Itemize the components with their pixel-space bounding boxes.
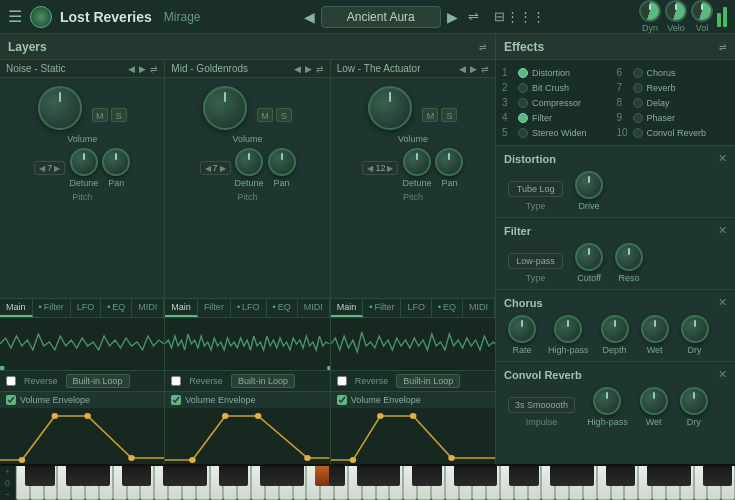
- effect-dot-delay[interactable]: [633, 98, 643, 108]
- layer-3-shuffle[interactable]: ⇌: [481, 64, 489, 74]
- layer-3-builtin-loop-btn[interactable]: Built-in Loop: [396, 374, 460, 388]
- layer-1-pitch-box[interactable]: ◀ 7 ▶: [34, 161, 65, 175]
- tab-layer-3-filter[interactable]: Filter: [363, 299, 401, 317]
- black-key-9[interactable]: [191, 466, 207, 486]
- layer-1-m-btn[interactable]: M: [92, 108, 108, 122]
- tab-layer-2-eq[interactable]: EQ: [267, 299, 298, 317]
- effect-dot-reverb[interactable]: [633, 83, 643, 93]
- octave-down-btn[interactable]: −: [5, 490, 10, 499]
- tab-layer-1-lfo[interactable]: LFO: [71, 299, 102, 317]
- tab-layer-1-eq[interactable]: EQ: [101, 299, 132, 317]
- effect-item-distortion[interactable]: 1 Distortion: [502, 66, 614, 79]
- layer-2-next[interactable]: ▶: [305, 64, 312, 74]
- black-key-24[interactable]: [481, 466, 497, 486]
- tab-layer-2-lfo[interactable]: LFO: [231, 299, 267, 317]
- tab-layer-1-midi[interactable]: MIDI: [132, 299, 164, 317]
- effect-dot-convol[interactable]: [633, 128, 643, 138]
- layer-1-shuffle[interactable]: ⇌: [150, 64, 158, 74]
- layer-2-s-btn[interactable]: S: [276, 108, 292, 122]
- chorus-wet-knob[interactable]: [641, 315, 669, 343]
- effect-item-reverb[interactable]: 7 Reverb: [617, 81, 729, 94]
- black-key-16[interactable]: [329, 466, 345, 486]
- black-key-26[interactable]: [523, 466, 539, 486]
- filter-close-btn[interactable]: ✕: [718, 224, 727, 237]
- chorus-highpass-knob[interactable]: [554, 315, 582, 343]
- convol-close-btn[interactable]: ✕: [718, 368, 727, 381]
- effect-item-compressor[interactable]: 3 Compressor: [502, 96, 614, 109]
- bars-icon[interactable]: ⋮⋮⋮: [516, 7, 536, 27]
- layer-2-vol-knob[interactable]: [203, 86, 247, 130]
- tab-layer-1-main[interactable]: Main: [0, 299, 33, 317]
- hamburger-icon[interactable]: ☰: [8, 7, 22, 26]
- layer-3-s-btn[interactable]: S: [441, 108, 457, 122]
- layer-2-m-btn[interactable]: M: [257, 108, 273, 122]
- filter-reso-knob[interactable]: [615, 243, 643, 271]
- effect-item-filter[interactable]: 4 Filter: [502, 111, 614, 124]
- effect-dot-distortion[interactable]: [518, 68, 528, 78]
- tab-layer-1-filter[interactable]: Filter: [33, 299, 71, 317]
- layer-3-pan-knob[interactable]: [435, 148, 463, 176]
- velo-knob[interactable]: [665, 0, 687, 22]
- effect-dot-compressor[interactable]: [518, 98, 528, 108]
- black-key-19[interactable]: [384, 466, 400, 486]
- effect-dot-phaser[interactable]: [633, 113, 643, 123]
- effect-item-chorus[interactable]: 6 Chorus: [617, 66, 729, 79]
- chorus-close-btn[interactable]: ✕: [718, 296, 727, 309]
- convol-wet-knob[interactable]: [640, 387, 668, 415]
- shuffle-preset-icon[interactable]: ⇌: [464, 7, 484, 27]
- chorus-depth-knob[interactable]: [601, 315, 629, 343]
- pitch-right-2[interactable]: ▶: [220, 164, 226, 173]
- piano-keys[interactable]: [16, 466, 735, 500]
- layer-1-prev[interactable]: ◀: [128, 64, 135, 74]
- black-key-29[interactable]: [578, 466, 594, 486]
- layer-2-reverse-check[interactable]: [171, 376, 181, 386]
- black-key-31[interactable]: [620, 466, 636, 486]
- vol-knob[interactable]: [691, 0, 713, 22]
- effect-item-stereo[interactable]: 5 Stereo Widen: [502, 126, 614, 139]
- tab-layer-2-filter[interactable]: Filter: [198, 299, 231, 317]
- black-key-1[interactable]: [39, 466, 55, 486]
- layer-1-s-btn[interactable]: S: [111, 108, 127, 122]
- pitch-right[interactable]: ▶: [54, 164, 60, 173]
- black-key-4[interactable]: [94, 466, 110, 486]
- distortion-close-btn[interactable]: ✕: [718, 152, 727, 165]
- layer-3-reverse-check[interactable]: [337, 376, 347, 386]
- preset-next-btn[interactable]: ▶: [447, 9, 458, 25]
- layer-1-builtin-loop-btn[interactable]: Built-in Loop: [66, 374, 130, 388]
- layer-3-vol-env-check[interactable]: [337, 395, 347, 405]
- filter-cutoff-knob[interactable]: [575, 243, 603, 271]
- layer-3-detune-knob[interactable]: [403, 148, 431, 176]
- chorus-rate-knob[interactable]: [508, 315, 536, 343]
- distortion-type-select[interactable]: Tube Log: [508, 181, 563, 197]
- layer-1-reverse-check[interactable]: [6, 376, 16, 386]
- preset-prev-btn[interactable]: ◀: [304, 9, 315, 25]
- pitch-left-2[interactable]: ◀: [205, 164, 211, 173]
- tab-layer-2-main[interactable]: Main: [165, 299, 198, 317]
- layer-3-prev[interactable]: ◀: [459, 64, 466, 74]
- effects-shuffle-icon[interactable]: ⇌: [719, 42, 727, 52]
- distortion-drive-knob[interactable]: [575, 171, 603, 199]
- layer-1-detune-knob[interactable]: [70, 148, 98, 176]
- tab-layer-3-eq[interactable]: EQ: [432, 299, 463, 317]
- tab-layer-3-midi[interactable]: MIDI: [463, 299, 495, 317]
- layer-3-vol-knob[interactable]: [368, 86, 412, 130]
- layer-1-pan-knob[interactable]: [102, 148, 130, 176]
- pitch-left[interactable]: ◀: [39, 164, 45, 173]
- layer-3-next[interactable]: ▶: [470, 64, 477, 74]
- black-key-14[interactable]: [288, 466, 304, 486]
- layer-2-builtin-loop-btn[interactable]: Built-in Loop: [231, 374, 295, 388]
- convol-dry-knob[interactable]: [680, 387, 708, 415]
- pitch-right-3[interactable]: ▶: [387, 164, 393, 173]
- convol-impulse-select[interactable]: 3s Smooooth: [508, 397, 575, 413]
- effect-dot-stereo[interactable]: [518, 128, 528, 138]
- layer-1-vol-env-check[interactable]: [6, 395, 16, 405]
- layer-1-vol-knob[interactable]: [38, 86, 82, 130]
- preset-name[interactable]: Ancient Aura: [321, 6, 441, 28]
- layer-2-prev[interactable]: ◀: [294, 64, 301, 74]
- black-key-36[interactable]: [716, 466, 732, 486]
- effect-item-phaser[interactable]: 9 Phaser: [617, 111, 729, 124]
- effect-dot-bitcrush[interactable]: [518, 83, 528, 93]
- layer-2-shuffle[interactable]: ⇌: [316, 64, 324, 74]
- layers-shuffle-icon[interactable]: ⇌: [479, 42, 487, 52]
- filter-type-select[interactable]: Low-pass: [508, 253, 563, 269]
